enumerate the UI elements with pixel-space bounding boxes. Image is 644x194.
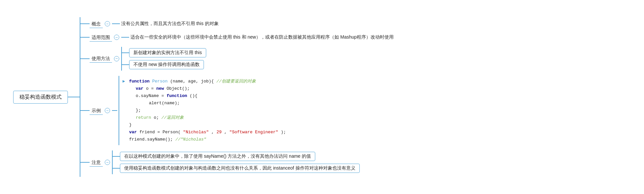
example-label: 示例 <box>90 107 103 115</box>
code-o-new: o = <box>146 86 156 91</box>
concept-collapse[interactable]: − <box>105 21 110 26</box>
kw-return: return <box>136 115 151 120</box>
note-sub1-label: 在以这种模式创建的对象中，除了使用 sayName() 方法之外，没有其他办法访… <box>120 152 315 161</box>
usage-sub2-label: 不使用 new 操作符调用构造函数 <box>129 60 204 69</box>
root-connector-h <box>68 97 80 97</box>
code-line-3: o.sayName = function (){ <box>123 92 286 100</box>
kw-var-2: var <box>129 130 137 135</box>
root-node: 稳妥构造函数模式 <box>13 91 68 104</box>
string-nicholas: "Nicholas" <box>183 130 209 135</box>
code-open-brace: (){ <box>190 93 197 98</box>
usage-connector <box>80 58 90 59</box>
kw-function-2: function <box>167 93 187 98</box>
scope-label: 适用范围 <box>90 33 112 42</box>
example-code: ▶ function Person (name, age, job){ //创建… <box>119 76 289 146</box>
code-sayname-assign: o.sayName = <box>136 93 167 98</box>
example-code-connector <box>112 110 117 111</box>
scope-connector <box>80 37 90 38</box>
usage-collapse[interactable]: − <box>114 56 119 61</box>
note-sub-container: 在以这种模式创建的对象中，除了使用 sayName() 方法之外，没有其他办法访… <box>112 150 360 174</box>
concept-content: 没有公共属性，而且其方法也不引用 this 的对象 <box>120 20 220 27</box>
usage-sub-container: 新创建对象的实例方法不引用 this 不使用 new 操作符调用构造函数 <box>121 47 206 71</box>
code-object: Object(); <box>167 86 190 91</box>
note-sub2-connector <box>113 168 120 169</box>
branches-container: 概念 − 没有公共属性，而且其方法也不引用 this 的对象 适用范围 − 适合… <box>80 17 395 177</box>
comment-3: //"Nicholas" <box>175 137 206 142</box>
usage-sub-2: 不使用 new 操作符调用构造函数 <box>122 60 206 69</box>
concept-row: 概念 − 没有公共属性，而且其方法也不引用 this 的对象 <box>80 20 395 28</box>
example-collapse[interactable]: − <box>105 108 110 113</box>
code-line-1: ▶ function Person (name, age, job){ //创建… <box>123 78 286 85</box>
scope-content-connector <box>121 37 129 38</box>
all-branches: 概念 − 没有公共属性，而且其方法也不引用 this 的对象 适用范围 − 适合… <box>80 17 395 177</box>
code-friend-assign: friend = Person( <box>139 130 181 135</box>
mind-map: 稳妥构造函数模式 概念 − 没有公共属性，而且其方法也不引用 this 的对象 … <box>0 0 644 194</box>
code-close-person: } <box>129 122 132 127</box>
code-close-call: ); <box>281 130 286 135</box>
string-engineer: "Software Engineer" <box>229 130 278 135</box>
usage-label: 使用方法 <box>90 54 112 63</box>
code-comma-2: , <box>224 130 230 135</box>
note-sub-1: 在以这种模式创建的对象中，除了使用 sayName() 方法之外，没有其他办法访… <box>113 152 360 161</box>
usage-sub1-label: 新创建对象的实例方法不引用 this <box>129 48 206 57</box>
concept-content-connector <box>112 23 120 24</box>
code-params: (name, age, job){ <box>170 79 214 84</box>
code-line-4: alert(name); <box>123 100 286 107</box>
note-sub-items: 在以这种模式创建的对象中，除了使用 sayName() 方法之外，没有其他办法访… <box>113 150 360 174</box>
note-sub2-label: 使用稳妥构造函数模式创建的对象与构造函数之间也没有什么关系，因此 instanc… <box>120 164 360 173</box>
usage-sub2-connector <box>122 64 129 65</box>
note-label: 注意 <box>90 158 103 167</box>
kw-var-1: var <box>136 86 143 91</box>
code-alert: alert(name); <box>149 101 180 106</box>
note-row: 注意 − 在以这种模式创建的对象中，除了使用 sayName() 方法之外，没有… <box>80 150 395 174</box>
example-row: 示例 − ▶ function Person (name, age, job){… <box>80 76 395 146</box>
scope-collapse[interactable]: − <box>114 35 119 40</box>
note-sub-2: 使用稳妥构造函数模式创建的对象与构造函数之间也没有什么关系，因此 instanc… <box>113 164 360 173</box>
string-29: 29 <box>216 130 222 135</box>
code-friend-sayname: friend.sayName(); <box>129 137 175 142</box>
example-connector <box>80 110 90 111</box>
note-sub1-connector <box>113 156 120 157</box>
usage-sub1-connector <box>122 52 129 53</box>
scope-row: 适用范围 − 适合在一些安全的环境中（这些环境中会禁止使用 this 和 new… <box>80 33 395 42</box>
note-collapse[interactable]: − <box>105 160 110 165</box>
expand-arrow[interactable]: ▶ <box>123 79 125 84</box>
code-close-fn: }; <box>136 108 141 113</box>
note-connector <box>80 162 90 163</box>
code-line-8: var friend = Person( "Nicholas" , 29 , "… <box>123 129 286 136</box>
kw-new-1: new <box>156 86 164 91</box>
code-line-5: }; <box>123 107 286 114</box>
kw-function-1: function <box>129 79 150 84</box>
code-line-7: } <box>123 121 286 129</box>
scope-content: 适合在一些安全的环境中（这些环境中会禁止使用 this 和 new），或者在防止… <box>129 34 395 41</box>
usage-sub-items: 新创建对象的实例方法不引用 this 不使用 new 操作符调用构造函数 <box>122 47 206 71</box>
concept-connector <box>80 23 90 24</box>
code-comma-1: , <box>211 130 217 135</box>
comment-1: //创建要返回的对象 <box>216 79 256 84</box>
fn-person: Person <box>152 79 168 84</box>
code-line-6: return o; //返回对象 <box>123 114 286 121</box>
concept-label: 概念 <box>90 20 103 28</box>
usage-sub-1: 新创建对象的实例方法不引用 this <box>122 48 206 57</box>
usage-row: 使用方法 − 新创建对象的实例方法不引用 this 不使用 new 操作符调用构… <box>80 47 395 71</box>
code-line-9: friend.sayName(); //"Nicholas" <box>123 136 286 143</box>
comment-2: //返回对象 <box>161 115 184 120</box>
code-return-o: o; <box>154 115 161 120</box>
code-line-2: var o = new Object(); <box>123 85 286 92</box>
